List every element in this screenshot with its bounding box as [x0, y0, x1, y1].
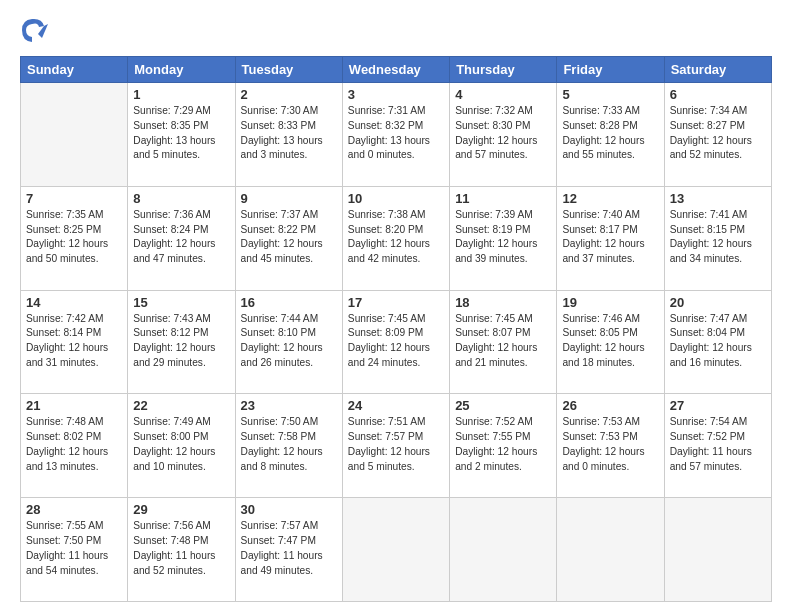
weekday-header-tuesday: Tuesday [235, 57, 342, 83]
weekday-header-wednesday: Wednesday [342, 57, 449, 83]
calendar-week-2: 14Sunrise: 7:42 AMSunset: 8:14 PMDayligh… [21, 290, 772, 394]
calendar-cell: 2Sunrise: 7:30 AMSunset: 8:33 PMDaylight… [235, 83, 342, 187]
day-info: Sunrise: 7:37 AMSunset: 8:22 PMDaylight:… [241, 208, 337, 267]
calendar-week-0: 1Sunrise: 7:29 AMSunset: 8:35 PMDaylight… [21, 83, 772, 187]
calendar-cell: 26Sunrise: 7:53 AMSunset: 7:53 PMDayligh… [557, 394, 664, 498]
day-number: 10 [348, 191, 444, 206]
calendar-cell: 28Sunrise: 7:55 AMSunset: 7:50 PMDayligh… [21, 498, 128, 602]
calendar-cell: 14Sunrise: 7:42 AMSunset: 8:14 PMDayligh… [21, 290, 128, 394]
day-info: Sunrise: 7:51 AMSunset: 7:57 PMDaylight:… [348, 415, 444, 474]
day-number: 30 [241, 502, 337, 517]
day-info: Sunrise: 7:45 AMSunset: 8:09 PMDaylight:… [348, 312, 444, 371]
calendar-cell: 18Sunrise: 7:45 AMSunset: 8:07 PMDayligh… [450, 290, 557, 394]
day-info: Sunrise: 7:55 AMSunset: 7:50 PMDaylight:… [26, 519, 122, 578]
day-number: 14 [26, 295, 122, 310]
day-info: Sunrise: 7:53 AMSunset: 7:53 PMDaylight:… [562, 415, 658, 474]
calendar-cell: 17Sunrise: 7:45 AMSunset: 8:09 PMDayligh… [342, 290, 449, 394]
day-info: Sunrise: 7:46 AMSunset: 8:05 PMDaylight:… [562, 312, 658, 371]
calendar-cell: 12Sunrise: 7:40 AMSunset: 8:17 PMDayligh… [557, 186, 664, 290]
day-number: 15 [133, 295, 229, 310]
day-info: Sunrise: 7:32 AMSunset: 8:30 PMDaylight:… [455, 104, 551, 163]
day-number: 29 [133, 502, 229, 517]
calendar-cell: 10Sunrise: 7:38 AMSunset: 8:20 PMDayligh… [342, 186, 449, 290]
calendar-cell [450, 498, 557, 602]
calendar-cell: 20Sunrise: 7:47 AMSunset: 8:04 PMDayligh… [664, 290, 771, 394]
day-number: 23 [241, 398, 337, 413]
weekday-header-saturday: Saturday [664, 57, 771, 83]
day-number: 9 [241, 191, 337, 206]
calendar-cell: 4Sunrise: 7:32 AMSunset: 8:30 PMDaylight… [450, 83, 557, 187]
day-number: 16 [241, 295, 337, 310]
calendar-cell: 21Sunrise: 7:48 AMSunset: 8:02 PMDayligh… [21, 394, 128, 498]
day-number: 24 [348, 398, 444, 413]
weekday-header-monday: Monday [128, 57, 235, 83]
calendar-cell: 30Sunrise: 7:57 AMSunset: 7:47 PMDayligh… [235, 498, 342, 602]
calendar-week-3: 21Sunrise: 7:48 AMSunset: 8:02 PMDayligh… [21, 394, 772, 498]
calendar-cell: 16Sunrise: 7:44 AMSunset: 8:10 PMDayligh… [235, 290, 342, 394]
day-info: Sunrise: 7:50 AMSunset: 7:58 PMDaylight:… [241, 415, 337, 474]
calendar-cell: 3Sunrise: 7:31 AMSunset: 8:32 PMDaylight… [342, 83, 449, 187]
calendar-cell: 24Sunrise: 7:51 AMSunset: 7:57 PMDayligh… [342, 394, 449, 498]
calendar-cell [557, 498, 664, 602]
day-info: Sunrise: 7:38 AMSunset: 8:20 PMDaylight:… [348, 208, 444, 267]
day-number: 3 [348, 87, 444, 102]
day-number: 4 [455, 87, 551, 102]
day-number: 25 [455, 398, 551, 413]
day-number: 18 [455, 295, 551, 310]
day-info: Sunrise: 7:54 AMSunset: 7:52 PMDaylight:… [670, 415, 766, 474]
calendar-cell [21, 83, 128, 187]
day-info: Sunrise: 7:34 AMSunset: 8:27 PMDaylight:… [670, 104, 766, 163]
calendar-cell: 7Sunrise: 7:35 AMSunset: 8:25 PMDaylight… [21, 186, 128, 290]
day-info: Sunrise: 7:49 AMSunset: 8:00 PMDaylight:… [133, 415, 229, 474]
calendar-week-1: 7Sunrise: 7:35 AMSunset: 8:25 PMDaylight… [21, 186, 772, 290]
calendar-cell: 19Sunrise: 7:46 AMSunset: 8:05 PMDayligh… [557, 290, 664, 394]
day-info: Sunrise: 7:47 AMSunset: 8:04 PMDaylight:… [670, 312, 766, 371]
weekday-header-thursday: Thursday [450, 57, 557, 83]
day-number: 5 [562, 87, 658, 102]
calendar-cell: 15Sunrise: 7:43 AMSunset: 8:12 PMDayligh… [128, 290, 235, 394]
calendar-cell: 13Sunrise: 7:41 AMSunset: 8:15 PMDayligh… [664, 186, 771, 290]
day-info: Sunrise: 7:57 AMSunset: 7:47 PMDaylight:… [241, 519, 337, 578]
calendar-cell [664, 498, 771, 602]
calendar-cell: 1Sunrise: 7:29 AMSunset: 8:35 PMDaylight… [128, 83, 235, 187]
calendar-cell: 22Sunrise: 7:49 AMSunset: 8:00 PMDayligh… [128, 394, 235, 498]
day-info: Sunrise: 7:42 AMSunset: 8:14 PMDaylight:… [26, 312, 122, 371]
day-info: Sunrise: 7:56 AMSunset: 7:48 PMDaylight:… [133, 519, 229, 578]
day-info: Sunrise: 7:43 AMSunset: 8:12 PMDaylight:… [133, 312, 229, 371]
day-number: 22 [133, 398, 229, 413]
day-info: Sunrise: 7:52 AMSunset: 7:55 PMDaylight:… [455, 415, 551, 474]
weekday-header-sunday: Sunday [21, 57, 128, 83]
day-info: Sunrise: 7:31 AMSunset: 8:32 PMDaylight:… [348, 104, 444, 163]
day-info: Sunrise: 7:44 AMSunset: 8:10 PMDaylight:… [241, 312, 337, 371]
day-number: 8 [133, 191, 229, 206]
day-info: Sunrise: 7:40 AMSunset: 8:17 PMDaylight:… [562, 208, 658, 267]
day-info: Sunrise: 7:30 AMSunset: 8:33 PMDaylight:… [241, 104, 337, 163]
day-number: 2 [241, 87, 337, 102]
day-number: 27 [670, 398, 766, 413]
calendar-cell [342, 498, 449, 602]
day-number: 28 [26, 502, 122, 517]
day-info: Sunrise: 7:33 AMSunset: 8:28 PMDaylight:… [562, 104, 658, 163]
calendar: SundayMondayTuesdayWednesdayThursdayFrid… [20, 56, 772, 602]
day-number: 20 [670, 295, 766, 310]
page-header [20, 18, 772, 46]
day-number: 13 [670, 191, 766, 206]
weekday-header-row: SundayMondayTuesdayWednesdayThursdayFrid… [21, 57, 772, 83]
day-info: Sunrise: 7:41 AMSunset: 8:15 PMDaylight:… [670, 208, 766, 267]
day-info: Sunrise: 7:36 AMSunset: 8:24 PMDaylight:… [133, 208, 229, 267]
day-number: 6 [670, 87, 766, 102]
day-number: 12 [562, 191, 658, 206]
day-info: Sunrise: 7:39 AMSunset: 8:19 PMDaylight:… [455, 208, 551, 267]
day-number: 17 [348, 295, 444, 310]
calendar-cell: 29Sunrise: 7:56 AMSunset: 7:48 PMDayligh… [128, 498, 235, 602]
day-number: 21 [26, 398, 122, 413]
day-info: Sunrise: 7:29 AMSunset: 8:35 PMDaylight:… [133, 104, 229, 163]
day-number: 7 [26, 191, 122, 206]
calendar-cell: 6Sunrise: 7:34 AMSunset: 8:27 PMDaylight… [664, 83, 771, 187]
day-info: Sunrise: 7:35 AMSunset: 8:25 PMDaylight:… [26, 208, 122, 267]
day-number: 26 [562, 398, 658, 413]
day-info: Sunrise: 7:45 AMSunset: 8:07 PMDaylight:… [455, 312, 551, 371]
calendar-cell: 9Sunrise: 7:37 AMSunset: 8:22 PMDaylight… [235, 186, 342, 290]
calendar-week-4: 28Sunrise: 7:55 AMSunset: 7:50 PMDayligh… [21, 498, 772, 602]
logo [20, 18, 52, 46]
